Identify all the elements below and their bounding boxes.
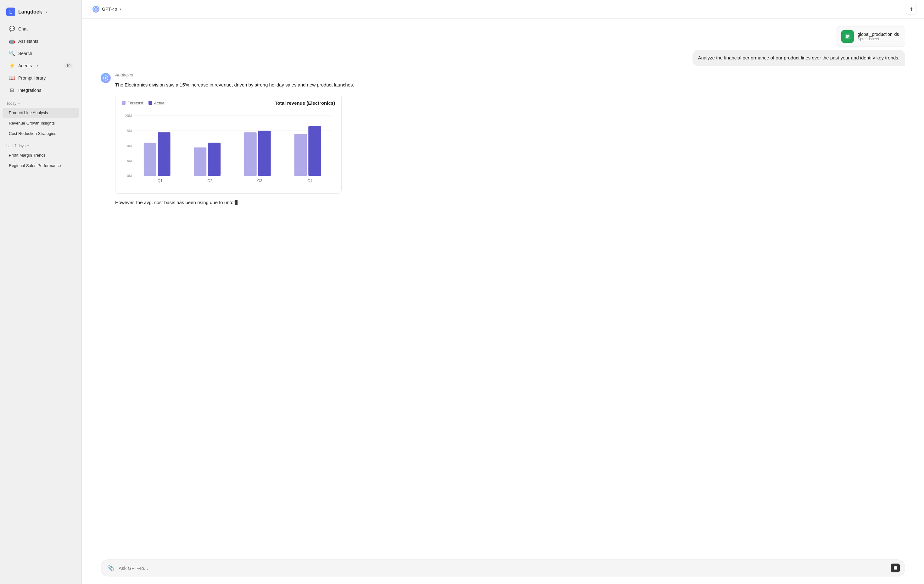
agents-icon: ⚡ <box>9 63 15 69</box>
main-panel: GPT-4o ▾ ⬆ global_production.xls S <box>82 0 924 584</box>
chat-item-label: Profit Margin Trends <box>9 153 46 158</box>
legend-forecast: Forecast <box>122 100 144 105</box>
svg-rect-23 <box>308 126 321 176</box>
sidebar-item-chat[interactable]: 💬 Chat <box>3 23 79 35</box>
chart-header: Forecast Actual Total revenue (Electroni… <box>122 100 335 106</box>
assistants-icon: 🤖 <box>9 38 15 44</box>
prompt-library-icon: 📖 <box>9 75 15 81</box>
chat-item-revenue-growth[interactable]: Revenue Growth Insights <box>3 118 79 128</box>
sidebar-item-label: Chat <box>18 26 28 31</box>
header-actions: ⬆ <box>906 4 916 15</box>
chat-item-regional-sales[interactable]: Regional Sales Performance <box>3 161 79 171</box>
brand-name: Langdock <box>18 9 42 15</box>
sidebar-item-label: Assistants <box>18 39 38 44</box>
sidebar-item-prompt-library[interactable]: 📖 Prompt library <box>3 72 79 84</box>
agents-arrow-icon: ▸ <box>37 64 39 67</box>
chat-item-label: Cost Reduction Strategies <box>9 131 56 136</box>
sidebar: L Langdock ▾ 💬 Chat 🤖 Assistants 🔍 Searc… <box>0 0 82 584</box>
chat-item-label: Regional Sales Performance <box>9 163 61 168</box>
integrations-icon: ⊞ <box>9 87 15 93</box>
chart-container: Forecast Actual Total revenue (Electroni… <box>115 94 342 194</box>
stop-icon <box>894 566 897 569</box>
sidebar-item-label: Agents <box>18 63 32 68</box>
chat-item-profit-margin[interactable]: Profit Margin Trends <box>3 150 79 160</box>
actual-dot <box>148 101 152 105</box>
stop-button[interactable] <box>891 564 900 572</box>
chart-legend: Forecast Actual <box>122 100 165 105</box>
sidebar-item-search[interactable]: 🔍 Search <box>3 48 79 59</box>
model-chevron-icon: ▾ <box>120 7 121 12</box>
chat-icon: 💬 <box>9 26 15 32</box>
typing-cursor <box>235 200 238 205</box>
forecast-dot <box>122 101 125 105</box>
chat-item-label: Revenue Growth Insights <box>9 121 55 125</box>
user-message-group: global_production.xls Spreadsheet Analyz… <box>101 26 905 66</box>
attach-button[interactable]: 📎 <box>106 564 116 571</box>
model-selector[interactable]: GPT-4o ▾ <box>89 4 125 15</box>
svg-rect-14 <box>158 132 170 176</box>
brand-icon: L <box>6 8 15 16</box>
share-icon: ⬆ <box>909 6 913 12</box>
chat-item-cost-reduction[interactable]: Cost Reduction Strategies <box>3 128 79 138</box>
svg-rect-16 <box>194 147 206 176</box>
chat-input[interactable] <box>119 566 888 571</box>
model-icon <box>92 6 99 13</box>
svg-text:5M: 5M <box>127 159 132 163</box>
svg-text:15M: 15M <box>125 128 132 132</box>
assistant-text-2: However, the avg. cost basis has been ri… <box>115 199 905 206</box>
file-icon <box>841 30 854 43</box>
agents-badge: 10 <box>64 63 73 68</box>
file-type: Spreadsheet <box>858 37 899 41</box>
today-section-label: Today ▾ <box>0 96 81 107</box>
svg-rect-20 <box>258 130 271 176</box>
last7-chevron-icon: ▾ <box>27 144 29 148</box>
input-area: 📎 <box>82 554 924 584</box>
svg-text:20M: 20M <box>125 114 132 117</box>
svg-rect-19 <box>244 132 257 176</box>
user-message-bubble: Analyze the financial performance of our… <box>693 50 905 66</box>
brand-chevron-icon: ▾ <box>46 10 48 14</box>
model-label: GPT-4o <box>102 7 117 12</box>
analyzed-label: Analyzed <box>115 72 905 77</box>
svg-text:Q4: Q4 <box>307 179 312 183</box>
legend-forecast-label: Forecast <box>127 100 144 105</box>
sidebar-item-label: Prompt library <box>18 76 46 81</box>
assistant-content: Analyzed The Electronics division saw a … <box>115 72 905 206</box>
sidebar-item-integrations[interactable]: ⊞ Integrations <box>3 84 79 96</box>
legend-actual-label: Actual <box>154 100 165 105</box>
share-button[interactable]: ⬆ <box>906 4 916 15</box>
brand-logo[interactable]: L Langdock ▾ <box>0 5 81 23</box>
assistant-message: Analyzed The Electronics division saw a … <box>101 72 905 206</box>
legend-actual: Actual <box>148 100 165 105</box>
search-icon: 🔍 <box>9 50 15 56</box>
today-chevron-icon: ▾ <box>18 102 20 105</box>
assistant-text-1: The Electronics division saw a 15% incre… <box>115 81 905 89</box>
sidebar-item-agents[interactable]: ⚡ Agents ▸ 10 <box>3 60 79 71</box>
assistant-avatar <box>101 73 111 83</box>
svg-text:Q1: Q1 <box>158 179 163 183</box>
file-info: global_production.xls Spreadsheet <box>858 32 899 41</box>
user-message-text: Analyze the financial performance of our… <box>698 55 899 60</box>
last7-section-label: Last 7 days ▾ <box>0 139 81 150</box>
chat-header: GPT-4o ▾ ⬆ <box>82 0 924 18</box>
file-attachment: global_production.xls Spreadsheet <box>836 26 905 47</box>
sidebar-item-label: Integrations <box>18 88 41 93</box>
input-box: 📎 <box>101 559 905 576</box>
svg-rect-22 <box>294 134 307 176</box>
svg-text:Q3: Q3 <box>257 179 262 183</box>
svg-text:10M: 10M <box>125 144 132 148</box>
svg-rect-13 <box>144 143 156 176</box>
chat-item-label: Product Line Analysis <box>9 110 48 115</box>
svg-rect-17 <box>208 143 221 176</box>
svg-text:0M: 0M <box>127 174 132 178</box>
file-name: global_production.xls <box>858 32 899 37</box>
sidebar-item-assistants[interactable]: 🤖 Assistants <box>3 35 79 47</box>
svg-text:Q2: Q2 <box>207 179 212 183</box>
chart-svg: 20M 15M 10M 5M 0M <box>122 111 335 187</box>
paperclip-icon: 📎 <box>107 564 114 571</box>
chat-area: global_production.xls Spreadsheet Analyz… <box>82 18 924 554</box>
chart-title: Total revenue (Electronics) <box>275 100 335 106</box>
chat-item-product-line[interactable]: Product Line Analysis <box>3 108 79 118</box>
sidebar-item-label: Search <box>18 51 32 56</box>
